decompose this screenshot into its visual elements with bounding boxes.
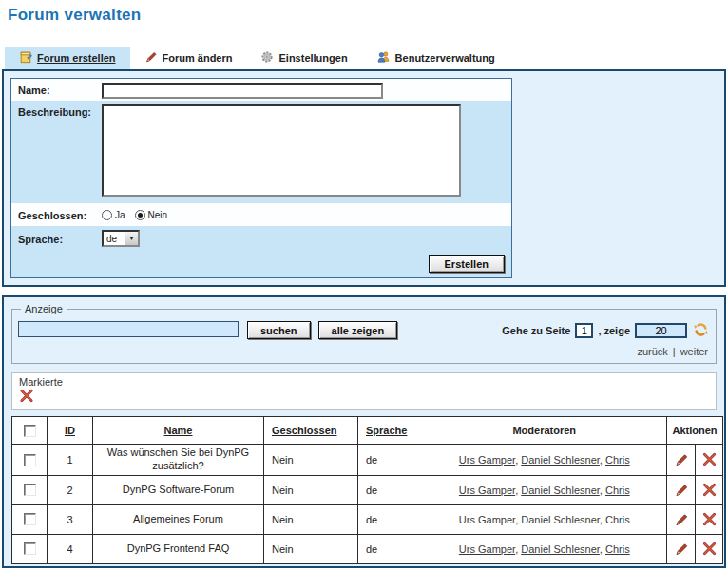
edit-button[interactable] (674, 542, 689, 557)
cell-name: DynPG Software-Forum (93, 475, 264, 504)
cell-moderatoren: Urs Gamper, Daniel Schlesner, Chris (423, 475, 667, 504)
name-label: Name: (18, 83, 102, 96)
closed-radio-group: Ja Nein (102, 210, 167, 220)
moderator-link[interactable]: Daniel Schlesner (521, 543, 600, 555)
name-input[interactable] (102, 83, 383, 99)
edit-button[interactable] (674, 452, 689, 467)
header-geschlossen[interactable]: Geschlossen (264, 417, 358, 445)
closed-no-label: Nein (148, 210, 168, 220)
cell-id: 4 (48, 534, 93, 563)
gear-icon (260, 50, 274, 66)
cell-id: 1 (48, 445, 93, 476)
header-sprache[interactable]: Sprache (358, 417, 423, 445)
chevron-down-icon: ▼ (125, 232, 138, 245)
closed-yes-label: Ja (115, 210, 125, 220)
page-input[interactable] (575, 323, 593, 338)
row-checkbox[interactable] (24, 542, 36, 555)
cell-geschlossen: Nein (264, 534, 358, 563)
table-row: 1 Was wünschen Sie bei DynPG zusätzlich?… (12, 445, 723, 476)
moderator-name: Chris (605, 514, 630, 525)
pagination: Gehe zu Seite , zeige zurück | weiter (502, 321, 710, 357)
cell-sprache: de (358, 534, 423, 563)
show-all-button[interactable]: alle zeigen (318, 321, 398, 339)
search-input[interactable] (18, 321, 239, 337)
tab-forum-erstellen[interactable]: Forum erstellen (5, 47, 130, 69)
next-link[interactable]: weiter (680, 346, 708, 357)
cell-name: Allgemeines Forum (93, 504, 264, 534)
cell-geschlossen: Nein (264, 475, 358, 504)
per-page-input[interactable] (635, 323, 687, 338)
tabbar: Forum erstellen Forum ändern Einstellung… (5, 47, 466, 69)
header-moderatoren: Moderatoren (423, 417, 667, 445)
moderator-link[interactable]: Urs Gamper (459, 454, 515, 466)
closed-yes-radio[interactable] (102, 210, 112, 220)
search-button[interactable]: suchen (247, 321, 311, 339)
row-checkbox[interactable] (24, 484, 36, 496)
select-all-checkbox[interactable] (24, 425, 36, 437)
cell-moderatoren: Urs Gamper, Daniel Schlesner, Chris (423, 445, 667, 476)
delete-button[interactable] (701, 483, 717, 498)
delete-button[interactable] (701, 542, 717, 557)
language-select-value: de (104, 232, 125, 245)
closed-no-radio[interactable] (135, 210, 145, 220)
cell-moderatoren: Urs Gamper, Daniel Schlesner, Chris (423, 534, 667, 563)
goto-page-label: Gehe zu Seite (502, 325, 570, 336)
cell-id: 3 (48, 504, 93, 534)
moderator-link[interactable]: Daniel Schlesner (521, 454, 600, 466)
tab-einstellungen[interactable]: Einstellungen (246, 47, 361, 69)
table-header-row: ID Name Geschlossen Sprache Moderatoren … (12, 417, 723, 445)
display-fieldset: Anzeige suchen alle zeigen Gehe zu Seite… (11, 309, 717, 364)
nav-separator: | (673, 346, 676, 357)
show-count-label: , zeige (598, 325, 630, 336)
moderator-link[interactable]: Chris (605, 454, 630, 466)
marked-box: Markierte (11, 372, 717, 410)
moderator-link[interactable]: Daniel Schlesner (521, 484, 600, 496)
moderator-link[interactable]: Chris (605, 543, 630, 555)
edit-button[interactable] (674, 483, 689, 498)
tab-label: Benutzerverwaltung (395, 52, 495, 64)
table-row: 4 DynPG Frontend FAQ Nein de Urs Gamper,… (12, 534, 723, 563)
edit-button[interactable] (674, 512, 689, 527)
language-select[interactable]: de ▼ (102, 230, 140, 247)
delete-button[interactable] (701, 512, 717, 527)
moderator-link[interactable]: Chris (605, 484, 630, 496)
description-label: Beschreibung: (18, 104, 102, 118)
forum-list-panel: Anzeige suchen alle zeigen Gehe zu Seite… (2, 295, 726, 568)
cell-name: Was wünschen Sie bei DynPG zusätzlich? (93, 445, 264, 476)
cell-sprache: de (358, 445, 423, 476)
header-aktionen: Aktionen (667, 417, 723, 445)
moderator-name: Daniel Schlesner (521, 514, 600, 525)
header-id[interactable]: ID (48, 417, 93, 445)
cell-geschlossen: Nein (264, 504, 358, 534)
create-forum-form: Name: Beschreibung: Geschlossen: Ja Nein… (10, 78, 512, 278)
moderator-link[interactable]: Urs Gamper (459, 543, 515, 555)
moderator-link[interactable]: Urs Gamper (459, 484, 515, 496)
delete-marked-button[interactable] (19, 389, 34, 403)
cell-moderatoren: Urs Gamper, Daniel Schlesner, Chris (423, 504, 667, 534)
tab-label: Forum ändern (163, 52, 233, 64)
tab-benutzerverwaltung[interactable]: Benutzerverwaltung (362, 47, 509, 69)
page-header: Forum verwalten (0, 0, 728, 28)
delete-button[interactable] (701, 452, 717, 467)
cell-sprache: de (358, 475, 423, 504)
cell-id: 2 (48, 475, 93, 504)
table-row: 2 DynPG Software-Forum Nein de Urs Gampe… (12, 475, 723, 504)
note-add-icon (19, 50, 32, 66)
refresh-icon[interactable] (692, 321, 710, 340)
description-textarea[interactable] (102, 104, 461, 197)
select-all-cell (12, 417, 48, 445)
row-checkbox[interactable] (24, 513, 36, 525)
prev-link[interactable]: zurück (637, 346, 667, 357)
pencil-icon (144, 50, 158, 66)
tab-label: Forum erstellen (37, 52, 116, 64)
moderator-name: Urs Gamper (459, 514, 515, 525)
tab-forum-aendern[interactable]: Forum ändern (130, 47, 247, 69)
header-name[interactable]: Name (93, 417, 264, 445)
row-checkbox[interactable] (24, 454, 36, 466)
closed-label: Geschlossen: (18, 208, 102, 221)
users-icon (376, 50, 391, 66)
tab-label: Einstellungen (278, 52, 347, 64)
cell-sprache: de (358, 504, 423, 534)
create-forum-panel: Name: Beschreibung: Geschlossen: Ja Nein… (2, 69, 726, 287)
create-button[interactable]: Erstellen (429, 255, 505, 273)
